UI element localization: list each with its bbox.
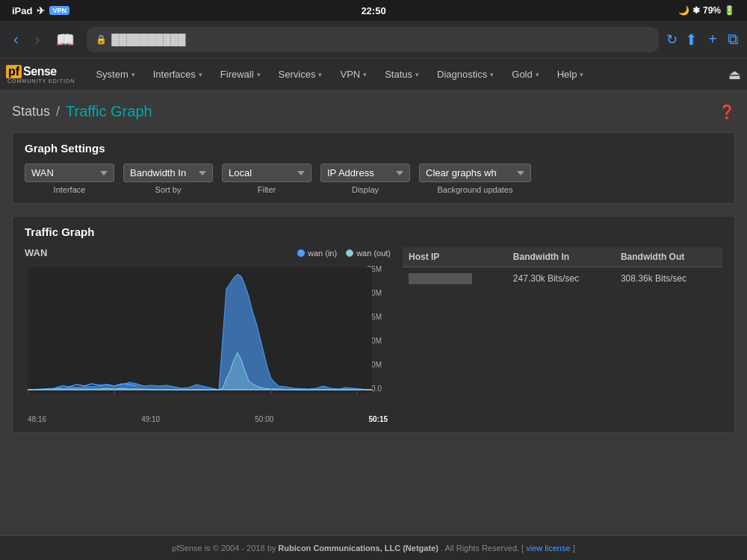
moon-icon: 🌙	[678, 5, 689, 16]
chevron-down-icon: ▾	[363, 71, 367, 78]
main-content: Status / Traffic Graph ❓ Graph Settings …	[0, 91, 747, 535]
table-header-row: Host IP Bandwidth In Bandwidth Out	[403, 247, 722, 267]
sortby-control: Bandwidth In Sort by	[123, 164, 213, 194]
bandwidth-table: Host IP Bandwidth In Bandwidth Out █████…	[403, 247, 722, 290]
chevron-down-icon: ▾	[318, 71, 322, 78]
col-bandwidth-out: Bandwidth Out	[615, 247, 722, 267]
legend-in-dot	[297, 249, 305, 257]
breadcrumb-separator: /	[56, 104, 60, 119]
graph-legend: wan (in) wan (out)	[297, 249, 391, 258]
interface-control: WAN Interface	[25, 164, 114, 194]
bandwidth-in-cell: 247.30k Bits/sec	[507, 267, 615, 290]
lock-icon: 🔒	[96, 34, 107, 45]
chevron-down-icon: ▾	[536, 71, 539, 78]
clear-control: Clear graphs wh Background updates	[419, 164, 531, 194]
help-circle-icon[interactable]: ❓	[719, 104, 735, 120]
time-label-4: 50:15	[368, 415, 388, 423]
nav-item-system[interactable]: System ▾	[87, 58, 143, 91]
back-button[interactable]: ‹	[9, 29, 23, 49]
view-license-link[interactable]: view license	[526, 544, 570, 553]
wan-label: WAN	[25, 247, 47, 258]
logout-icon[interactable]: ⏏	[728, 67, 741, 82]
display-control: IP Address Display	[320, 164, 410, 194]
chevron-down-icon: ▾	[131, 71, 135, 78]
legend-in: wan (in)	[297, 249, 337, 258]
svg-rect-12	[28, 267, 372, 393]
action-buttons: ⬆ + ⧉	[685, 31, 738, 49]
footer-text-suffix: . All Rights Reserved. [	[441, 544, 524, 553]
bandwidth-out-cell: 308.36k Bits/sec	[615, 267, 722, 290]
nav-item-status[interactable]: Status ▾	[376, 58, 428, 91]
tabs-button[interactable]: ⧉	[728, 31, 738, 48]
footer-company: Rubicon Communications, LLC (Netgate)	[278, 544, 438, 553]
nav-items: System ▾ Interfaces ▾ Firewall ▾ Service…	[87, 58, 728, 91]
legend-out-label: wan (out)	[356, 249, 391, 258]
address-bar[interactable]: 🔒 ██████████	[87, 27, 659, 52]
new-tab-button[interactable]: +	[708, 31, 717, 48]
share-button[interactable]: ⬆	[685, 31, 698, 49]
svg-text:0.0: 0.0	[371, 385, 382, 393]
col-host-ip: Host IP	[403, 247, 507, 267]
edition-label: COMMUNITY EDITION	[7, 78, 75, 84]
pfsense-logo[interactable]: pf Sense COMMUNITY EDITION	[6, 65, 75, 84]
chevron-down-icon: ▾	[199, 71, 202, 78]
chevron-down-icon: ▾	[415, 71, 419, 78]
graph-content: WAN wan (in) wan (out)	[25, 247, 722, 423]
pf-logo-box: pf	[6, 65, 22, 78]
time-label-2: 49:10	[141, 415, 160, 423]
time-label-3: 50:00	[255, 415, 273, 423]
table-row: ██████████ 247.30k Bits/sec 308.36k Bits…	[403, 267, 722, 290]
nav-item-gold[interactable]: Gold ▾	[503, 58, 548, 91]
footer-text-end: ]	[573, 544, 575, 553]
footer-text-prefix: pfSense is © 2004 - 2018 by	[172, 544, 276, 553]
statusbar-left: iPad ✈ VPN	[12, 5, 69, 16]
sortby-label: Sort by	[123, 185, 213, 194]
host-ip-cell: ██████████	[403, 267, 507, 290]
filter-select[interactable]: Local	[222, 164, 311, 182]
refresh-button[interactable]: ↻	[666, 31, 678, 48]
bluetooth-icon: ✱	[692, 5, 700, 16]
ios-statusbar: iPad ✈ VPN 22:50 🌙 ✱ 79% 🔋	[0, 0, 747, 21]
chevron-down-icon: ▾	[257, 71, 261, 78]
traffic-graph-section: Traffic Graph WAN wan (in) wan (out)	[12, 216, 735, 433]
interface-select[interactable]: WAN	[25, 164, 114, 182]
chart-x-axis: 48:16 49:10 50:00 50:15	[25, 415, 391, 423]
nav-right: ⏏	[728, 66, 741, 83]
filter-label: Filter	[222, 185, 311, 194]
chevron-down-icon: ▾	[580, 71, 583, 78]
graph-settings-title: Graph Settings	[25, 142, 722, 155]
forward-button[interactable]: ›	[31, 29, 45, 49]
statusbar-wifi-icon: ✈	[37, 5, 45, 16]
nav-item-interfaces[interactable]: Interfaces ▾	[144, 58, 211, 91]
display-select[interactable]: IP Address	[320, 164, 410, 182]
nav-item-diagnostics[interactable]: Diagnostics ▾	[428, 58, 503, 91]
nav-item-vpn[interactable]: VPN ▾	[331, 58, 376, 91]
filter-control: Local Filter	[222, 164, 311, 194]
graph-controls: WAN Interface Bandwidth In Sort by Local…	[25, 164, 722, 194]
bookmarks-button[interactable]: 📖	[52, 29, 79, 50]
page-footer: pfSense is © 2004 - 2018 by Rubicon Comm…	[0, 535, 747, 560]
col-bandwidth-in: Bandwidth In	[507, 247, 615, 267]
nav-item-services[interactable]: Services ▾	[270, 58, 332, 91]
breadcrumb-status: Status	[12, 104, 50, 119]
nav-item-firewall[interactable]: Firewall ▾	[211, 58, 270, 91]
traffic-chart-svg: 25M 20M 15M 10M 5.0M 0.0	[25, 263, 391, 412]
url-text: ██████████	[111, 34, 185, 46]
chart-container: 25M 20M 15M 10M 5.0M 0.0	[25, 263, 391, 412]
clear-select[interactable]: Clear graphs wh	[419, 164, 531, 182]
chevron-down-icon: ▾	[490, 71, 494, 78]
bandwidth-table-area: Host IP Bandwidth In Bandwidth Out █████…	[403, 247, 722, 423]
graph-header: WAN wan (in) wan (out)	[25, 247, 391, 258]
pfsense-navbar: pf Sense COMMUNITY EDITION System ▾ Inte…	[0, 58, 747, 91]
legend-in-label: wan (in)	[308, 249, 337, 258]
sortby-select[interactable]: Bandwidth In	[123, 164, 213, 182]
nav-item-help[interactable]: Help ▾	[548, 58, 593, 91]
statusbar-time: 22:50	[361, 5, 385, 16]
breadcrumb-current: Traffic Graph	[66, 103, 152, 120]
graph-settings-panel: Graph Settings WAN Interface Bandwidth I…	[12, 132, 735, 204]
statusbar-right: 🌙 ✱ 79% 🔋	[678, 5, 735, 16]
time-label-1: 48:16	[28, 415, 46, 423]
sense-logo-text: Sense	[23, 65, 57, 78]
legend-out: wan (out)	[346, 249, 391, 258]
statusbar-ipad-label: iPad	[12, 5, 32, 16]
